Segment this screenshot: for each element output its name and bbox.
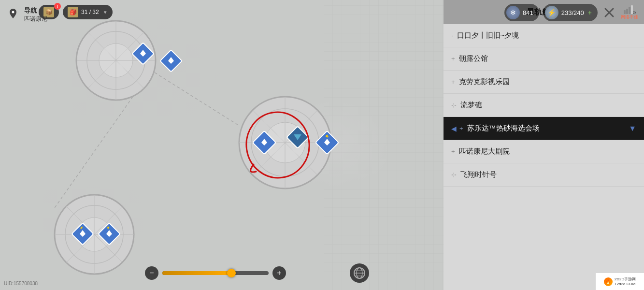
resource2-value: 233/240 bbox=[561, 9, 584, 16]
svg-point-41 bbox=[12, 11, 14, 14]
item-prefix: + bbox=[451, 55, 455, 62]
watermark-line1: 2D2D手游网 bbox=[615, 277, 636, 282]
item-prefix: · bbox=[451, 32, 453, 39]
panel-list-item[interactable]: +克劳克影视乐园 bbox=[444, 71, 644, 94]
item-prefix: + bbox=[451, 78, 455, 86]
panel-list-item[interactable]: ⊹飞翔时针号 bbox=[444, 163, 644, 187]
svg-rect-44 bbox=[624, 10, 626, 14]
slider-track[interactable] bbox=[162, 271, 269, 275]
item-prefix: ⊹ bbox=[451, 102, 457, 109]
nav-subtitle: 匹诺康尼 bbox=[24, 15, 47, 23]
watermark-text: 2D2D手游网 T2d2d.COM bbox=[615, 277, 636, 286]
network-label: 网络不佳 bbox=[621, 14, 638, 20]
zoom-out-button[interactable]: − bbox=[145, 266, 158, 280]
location-pin-icon bbox=[6, 7, 20, 22]
item-arrow-right: ▼ bbox=[629, 124, 636, 133]
item-label: 飞翔时针号 bbox=[460, 170, 497, 179]
zoom-slider[interactable]: − + bbox=[145, 266, 286, 280]
top-right-hud: ❄ 841 ⚡ 233/240 + 网络不佳 bbox=[504, 4, 638, 21]
resource1: ❄ 841 bbox=[504, 4, 539, 21]
uid-label: UID:155708038 bbox=[4, 281, 38, 286]
panel-list-item[interactable]: +朝露公馆 bbox=[444, 47, 644, 71]
close-button[interactable] bbox=[601, 5, 617, 20]
network-status: 网络不佳 bbox=[621, 5, 638, 20]
globe-button[interactable] bbox=[350, 263, 369, 283]
watermark-logo: 🔥 bbox=[604, 277, 613, 286]
panel-list[interactable]: ·口口夕丨旧旧~夕境+朝露公馆+克劳克影视乐园⊹流梦礁◀+苏乐达™热砂海选会场▼… bbox=[444, 24, 644, 290]
item-prefix: + bbox=[459, 125, 463, 132]
slider-fill bbox=[162, 271, 231, 275]
svg-rect-47 bbox=[631, 5, 633, 14]
panel-list-item[interactable]: ⊹流梦礁 bbox=[444, 94, 644, 117]
panel-list-item[interactable]: +匹诺康尼大剧院 bbox=[444, 140, 644, 163]
item-label: 克劳克影视乐园 bbox=[459, 77, 510, 87]
resource2-icon: ⚡ bbox=[545, 6, 558, 19]
bottom-bar: − + bbox=[145, 263, 369, 283]
watermark: 🔥 2D2D手游网 T2d2d.COM bbox=[596, 273, 644, 290]
zoom-in-button[interactable]: + bbox=[272, 266, 286, 280]
item-label: 流梦礁 bbox=[460, 101, 482, 110]
city-grid-overlay bbox=[324, 0, 444, 290]
slider-thumb[interactable] bbox=[227, 269, 236, 277]
nav-title: 导航 bbox=[24, 6, 47, 15]
item-label: 口口夕丨旧旧~夕境 bbox=[457, 31, 519, 40]
panel-list-item[interactable]: ◀+苏乐达™热砂海选会场▼ bbox=[444, 117, 644, 140]
resource1-icon: ❄ bbox=[506, 6, 520, 19]
resource1-value: 841 bbox=[523, 9, 533, 16]
resource2-plus[interactable]: + bbox=[588, 9, 592, 16]
watermark-line2: T2d2d.COM bbox=[615, 282, 636, 287]
svg-rect-46 bbox=[629, 7, 630, 14]
nav-label: 导航 匹诺康尼 bbox=[6, 6, 47, 23]
right-panel: 星轨航图 » ·口口夕丨旧旧~夕境+朝露公馆+克劳克影视乐园⊹流梦礁◀+苏乐达™… bbox=[444, 0, 644, 290]
item-prefix: ⊹ bbox=[451, 171, 457, 178]
resource2: ⚡ 233/240 + bbox=[543, 4, 598, 21]
item-label: 苏乐达™热砂海选会场 bbox=[467, 124, 540, 133]
map-area[interactable]: ★ ★ ★ bbox=[0, 0, 444, 290]
item-prefix: + bbox=[451, 148, 455, 155]
item-arrow-left: ◀ bbox=[451, 125, 457, 132]
svg-rect-45 bbox=[626, 9, 628, 14]
item-label: 匹诺康尼大剧院 bbox=[459, 147, 510, 156]
nav-text: 导航 匹诺康尼 bbox=[24, 6, 47, 23]
item-label: 朝露公馆 bbox=[459, 54, 488, 63]
